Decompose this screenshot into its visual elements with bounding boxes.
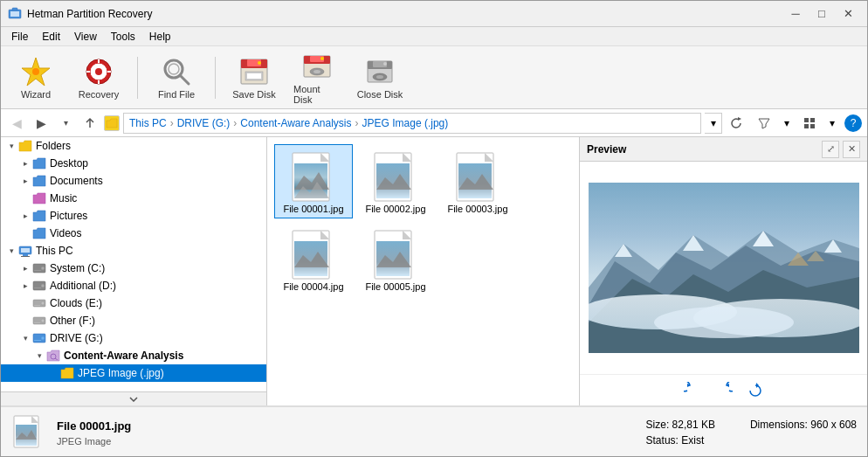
sidebar-item-videos[interactable]: Videos [1,225,266,242]
svg-rect-1 [10,11,19,17]
menu-tools[interactable]: Tools [104,29,142,45]
close-disk-button[interactable]: Close Disk [352,50,408,106]
forward-button[interactable]: ▶ [31,113,52,134]
view-button[interactable] [799,113,820,134]
svg-rect-49 [34,322,40,323]
sidebar-item-clouds-e[interactable]: Clouds (E:) [1,294,266,312]
recovery-button[interactable]: Recovery [71,50,127,106]
svg-point-92 [654,307,794,338]
svg-rect-40 [34,270,41,271]
menu-file[interactable]: File [4,29,35,45]
folders-expand[interactable] [4,139,18,153]
sidebar-item-folders[interactable]: Folders [1,137,266,155]
find-file-button[interactable]: Find File [148,50,204,106]
close-disk-icon [364,56,396,87]
sidebar-item-content-aware[interactable]: Content-Aware Analysis [1,347,266,364]
pictures-expand[interactable] [18,209,32,223]
up-button[interactable] [79,113,100,134]
preview-close-button[interactable]: ✕ [843,141,860,158]
documents-expand[interactable] [18,174,32,188]
sidebar-item-jpeg-image[interactable]: JPEG Image (.jpg) [1,364,266,382]
videos-icon [32,226,46,240]
maximize-button[interactable]: □ [809,4,834,24]
svg-point-21 [313,70,320,73]
svg-point-39 [41,267,45,270]
system-c-expand[interactable] [18,261,32,275]
documents-icon [32,174,46,188]
path-this-pc[interactable]: This PC [129,117,167,129]
path-content-aware[interactable]: Content-Aware Analysis [240,117,351,129]
this-pc-label: This PC [36,245,73,257]
svg-point-7 [95,68,102,75]
desktop-expand[interactable] [18,156,32,170]
svg-rect-37 [21,256,30,257]
wizard-icon [20,56,52,87]
back-button[interactable]: ◀ [6,113,27,134]
sidebar-item-other-f[interactable]: Other (F:) [1,312,266,329]
sidebar-item-drive-g[interactable]: DRIVE (G:) [1,329,266,347]
sidebar-item-documents[interactable]: Documents [1,172,266,190]
app-icon [8,7,22,21]
toolbar-separator-1 [137,57,138,99]
minimize-button[interactable]: ─ [783,4,808,24]
file-item-2[interactable]: File 00002.jpg [356,144,435,218]
sidebar-item-music[interactable]: Music [1,190,266,207]
main-area: Folders Desktop Documents [1,137,867,405]
other-f-label: Other (F:) [50,315,95,327]
close-button[interactable]: ✕ [836,4,860,24]
path-drive-g[interactable]: DRIVE (G:) [177,117,231,129]
svg-rect-33 [810,124,815,128]
preview-expand-button[interactable]: ⤢ [822,141,839,158]
save-disk-icon [238,56,270,87]
save-disk-button[interactable]: Save Disk [226,50,282,106]
menu-edit[interactable]: Edit [35,29,67,45]
status-info: File 00001.jpg JPEG Image [57,419,636,447]
rotate-left-button[interactable] [682,380,703,401]
additional-d-expand[interactable] [18,279,32,293]
file-item-1[interactable]: File 00001.jpg [274,144,353,218]
file-3-icon [451,154,504,202]
file-item-3[interactable]: File 00003.jpg [438,144,517,218]
preview-controls [580,374,867,405]
view-dropdown[interactable]: ▾ [822,113,843,134]
sidebar-scroll-down[interactable] [1,391,266,405]
wizard-button[interactable]: Wizard [8,50,64,106]
refresh-button[interactable] [726,113,747,134]
sidebar-item-this-pc[interactable]: This PC [1,242,266,260]
sidebar-item-desktop[interactable]: Desktop [1,155,266,172]
svg-point-45 [41,301,45,305]
toolbar-separator-2 [215,57,216,99]
this-pc-expand[interactable] [4,244,18,258]
rotate-right-button[interactable] [713,380,734,401]
sidebar-item-system-c[interactable]: System (C:) [1,260,266,277]
svg-rect-30 [804,118,809,122]
file-item-4[interactable]: File 00004.jpg [274,222,353,296]
file-2-label: File 00002.jpg [365,204,425,214]
svg-rect-2 [12,8,17,10]
file-item-5[interactable]: File 00005.jpg [356,222,435,296]
path-dropdown-button[interactable]: ▾ [705,113,722,134]
mount-disk-button[interactable]: Mount Disk [289,50,345,106]
drive-g-expand[interactable] [18,331,32,345]
filter-button[interactable] [754,113,775,134]
preview-header: Preview ⤢ ✕ [580,137,867,162]
address-path[interactable]: This PC › DRIVE (G:) › Content-Aware Ana… [123,113,701,134]
music-label: Music [50,192,77,204]
path-folder-icon [104,115,120,131]
sidebar-item-pictures[interactable]: Pictures [1,207,266,225]
sidebar-item-additional-d[interactable]: Additional (D:) [1,277,266,294]
rotate-cw-button[interactable] [745,380,766,401]
sidebar-tree: Folders Desktop Documents [1,137,266,391]
svg-point-16 [258,61,261,65]
find-file-label: Find File [158,89,195,100]
help-button[interactable]: ? [844,114,862,132]
filter-dropdown[interactable]: ▾ [776,113,797,134]
menu-bar: File Edit View Tools Help [1,27,867,46]
dropdown-button[interactable]: ▾ [55,113,76,134]
path-jpeg-image[interactable]: JPEG Image (.jpg) [362,117,449,129]
menu-view[interactable]: View [67,29,104,45]
menu-help[interactable]: Help [142,29,178,45]
svg-rect-32 [804,124,809,128]
content-aware-expand[interactable] [32,349,46,363]
file-4-label: File 00004.jpg [283,281,343,292]
